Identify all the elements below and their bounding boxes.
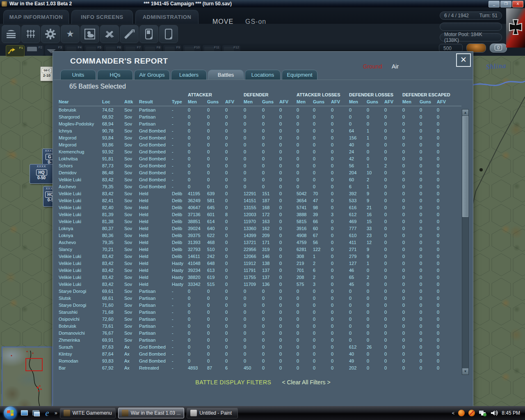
- table-scrollbar[interactable]: ▲ ▼: [462, 109, 469, 375]
- column-header[interactable]: Attk: [124, 98, 139, 106]
- volume-tray-icon[interactable]: [491, 410, 498, 416]
- tab-locations[interactable]: Locations: [245, 70, 281, 80]
- table-row[interactable]: Romodan93,83AxGnd Bombed-000000000490000…: [59, 357, 461, 364]
- minimize-button[interactable]: _: [488, 1, 500, 7]
- air-missions-icon[interactable]: [120, 25, 139, 43]
- column-header[interactable]: Loc: [102, 98, 124, 106]
- column-header[interactable]: Guns: [262, 98, 279, 106]
- column-header[interactable]: Guns: [420, 98, 437, 106]
- clear-all-filters-button[interactable]: < Clear All Filters >: [282, 379, 330, 386]
- table-row[interactable]: Velikie Luki82,41SovHeldDelib36249581014…: [59, 197, 461, 204]
- taskbar-button-wite-gamemenu[interactable]: WITE Gamemenu: [60, 408, 116, 418]
- tab-battles[interactable]: Battles: [208, 70, 244, 80]
- hq-unit-counter[interactable]: XXXX HQ 0-50: [30, 164, 53, 184]
- air-mode-toggle[interactable]: Air: [392, 63, 399, 70]
- level-box[interactable]: 500: [439, 44, 463, 52]
- column-header[interactable]: Near: [59, 98, 102, 106]
- ground-mode-toggle[interactable]: Ground: [363, 63, 382, 70]
- window-titlebar[interactable]: War in the East 1.03 Beta 2 *** 1941-45 …: [0, 0, 525, 7]
- mode-flag-icon[interactable]: [139, 25, 158, 43]
- dialog-close-icon[interactable]: ✕: [456, 53, 471, 67]
- unit-counters-icon[interactable]: [2, 25, 21, 43]
- blocked-tray-icon[interactable]: [468, 410, 475, 416]
- table-row[interactable]: Lokhvitsa91,81SovGnd Bombed-000000000420…: [59, 155, 461, 162]
- menu-tab-map-information[interactable]: MAP INFORMATION: [3, 10, 69, 24]
- antivirus-tray-icon[interactable]: [458, 410, 465, 416]
- column-header[interactable]: Men: [402, 98, 420, 106]
- tab-leaders[interactable]: Leaders: [171, 70, 207, 80]
- table-row[interactable]: Aschevo79,35SovHeldDelib3139346801372117…: [59, 239, 461, 246]
- weather-icon[interactable]: [80, 25, 99, 43]
- table-row[interactable]: Starye Dorogi69,61SovPartisan-0000000000…: [59, 288, 461, 294]
- table-row[interactable]: Velikie Luki81,39SovHeldDelib37136601812…: [59, 211, 461, 218]
- column-header[interactable]: Type: [172, 98, 188, 106]
- table-row[interactable]: Bar67,92AxRetreated-48938764500000020200…: [59, 364, 461, 371]
- settings-gear-icon[interactable]: [41, 25, 60, 43]
- network-tray-icon[interactable]: [479, 410, 487, 416]
- column-header[interactable]: Guns: [313, 98, 331, 106]
- table-row[interactable]: Mirgorod93,86SovGnd Bombed-0000000004000…: [59, 141, 461, 148]
- tab-units[interactable]: Units: [60, 70, 96, 80]
- column-header[interactable]: Men: [188, 98, 207, 106]
- table-row[interactable]: Osipovichi72,60SovPartisan-0000000000000…: [59, 315, 461, 322]
- table-row[interactable]: Bobruisk74,62SovPartisan-000000000000000: [59, 106, 461, 114]
- table-row[interactable]: Loknya80,37SovHeldDelib39024640013360162…: [59, 225, 461, 232]
- column-header[interactable]: Men: [349, 98, 367, 106]
- table-row[interactable]: Velikie Luki82,40SovHeldDelib40647645013…: [59, 204, 461, 211]
- table-row[interactable]: Slancy70,21SovHeldDelib32793510022956319…: [59, 246, 461, 253]
- menu-tab-info-screens[interactable]: INFO SCREENS: [71, 10, 133, 24]
- column-header[interactable]: AFV: [331, 98, 349, 106]
- table-row[interactable]: Bobruisk73,61SovPartisan-000000000000000: [59, 322, 461, 329]
- fkey-f1[interactable]: F1: [6, 45, 25, 57]
- table-row[interactable]: Slutsk68,61SovPartisan-000000000000000: [59, 294, 461, 301]
- air-combat-icon[interactable]: [100, 25, 119, 43]
- table-row[interactable]: Velikie Luki83,42SovHeldHasty33342515011…: [59, 281, 461, 288]
- restore-button[interactable]: ❐: [500, 1, 511, 7]
- table-row[interactable]: Klintsy87,64AxGnd Bombed-000000000400000…: [59, 350, 461, 357]
- table-row[interactable]: Schors87,73SovGnd Bombed-000000000561200…: [59, 162, 461, 169]
- window-switcher-icon[interactable]: [32, 409, 40, 417]
- internet-explorer-icon[interactable]: e: [43, 409, 51, 417]
- minimap[interactable]: [2, 347, 52, 415]
- close-window-button[interactable]: X: [512, 1, 523, 7]
- star-icon[interactable]: ★: [61, 25, 80, 43]
- table-row[interactable]: Kremenchug93,92SovGnd Bombed-00000000024…: [59, 148, 461, 155]
- column-header[interactable]: AFV: [225, 98, 244, 106]
- tray-expand-chevron[interactable]: <: [452, 411, 454, 415]
- table-row[interactable]: Mirgorod93,84SovGnd Bombed-0000000001561…: [59, 134, 461, 141]
- table-row[interactable]: Ichnya90,78SovGnd Bombed-000000000641000…: [59, 127, 461, 134]
- quicklaunch-overflow-chevron[interactable]: »: [55, 410, 57, 416]
- column-header[interactable]: Result: [139, 98, 172, 106]
- table-row[interactable]: Zhmerinka69,91SovPartisan-00000000000000…: [59, 336, 461, 343]
- tab-air-groups[interactable]: Air Groups: [134, 70, 170, 80]
- column-header[interactable]: Men: [297, 98, 313, 106]
- column-header[interactable]: AFV: [384, 98, 402, 106]
- security-unit-counter[interactable]: SEC 2-10: [40, 66, 53, 81]
- table-row[interactable]: Velikie Luki83,42SovHeldDelib14611242012…: [59, 253, 461, 260]
- mode-blank-icon[interactable]: [159, 25, 178, 43]
- column-header[interactable]: Men: [244, 98, 262, 106]
- column-header[interactable]: Guns: [367, 98, 384, 106]
- taskbar-clock[interactable]: 8:45 PM: [502, 410, 520, 416]
- table-row[interactable]: Shargorod68,92SovPartisan-00000000000000…: [59, 113, 461, 120]
- table-row[interactable]: Velikie Luki83,42SovHeldHasty41048648011…: [59, 260, 461, 267]
- table-row[interactable]: Loknya80,36SovHeldDelib39375622014399209…: [59, 232, 461, 239]
- troops-icon[interactable]: [21, 25, 40, 43]
- table-row[interactable]: Velikie Luki83,42SovHeldHasty38820619011…: [59, 274, 461, 281]
- scroll-down-arrow[interactable]: ▼: [462, 368, 468, 374]
- column-header[interactable]: AFV: [279, 98, 297, 106]
- table-row[interactable]: Starye Dorogi71,60SovPartisan-0000000000…: [59, 301, 461, 308]
- taskbar-button-paint[interactable]: Untitled - Paint: [187, 408, 238, 418]
- show-desktop-icon[interactable]: [20, 409, 28, 417]
- fkey-f2[interactable]: F2: [25, 45, 43, 56]
- table-row[interactable]: Velikie Luki83,42SovHeldHasty39234613011…: [59, 267, 461, 274]
- table-row[interactable]: Velikie Luki83,42SovHeldDelib41195639012…: [59, 190, 461, 197]
- menu-tab-administration[interactable]: ADMINISTRATION: [135, 10, 199, 24]
- table-row[interactable]: Velikie Luki83,42SovGnd Bombed-000000000…: [59, 176, 461, 183]
- column-header[interactable]: AFV: [437, 98, 461, 106]
- table-row[interactable]: Mogilev-Podolsky68,94SovPartisan-0000000…: [59, 120, 461, 127]
- tab-hqs[interactable]: HQs: [97, 70, 133, 80]
- zero-button[interactable]: 0: [490, 43, 507, 52]
- table-row[interactable]: Starushki71,68SovPartisan-00000000000000…: [59, 308, 461, 315]
- table-row[interactable]: Velikie Luki81,38SovHeldDelib38851614011…: [59, 218, 461, 225]
